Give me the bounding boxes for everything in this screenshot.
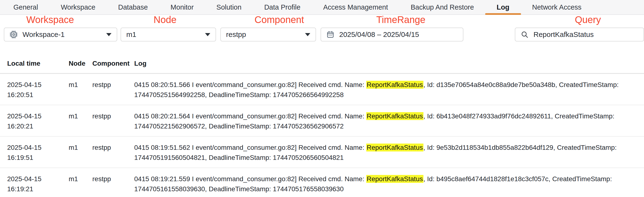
highlighted-search-term: ReportKafkaStatus	[366, 143, 424, 151]
column-header-node: Node	[69, 59, 92, 68]
table-row: 2025-04-15 16:20:51m1restpp0415 08:20:51…	[0, 73, 644, 105]
cell-log: 0415 08:19:51.562 I event/command_consum…	[134, 143, 634, 163]
log-table-body: 2025-04-15 16:20:51m1restpp0415 08:20:51…	[0, 73, 644, 197]
cell-log: 0415 08:20:21.564 I event/command_consum…	[134, 111, 634, 131]
column-header-component: Component	[92, 59, 134, 68]
cell-node: m1	[69, 80, 92, 100]
workspace-select[interactable]: Workspace-1	[4, 28, 117, 42]
cell-log: 0415 08:19:21.559 I event/command_consum…	[134, 174, 634, 194]
tab-data-profile[interactable]: Data Profile	[264, 0, 300, 14]
tab-solution[interactable]: Solution	[216, 0, 242, 14]
column-header-local-time: Local time	[7, 59, 69, 68]
column-header-log: Log	[134, 59, 634, 68]
cell-component: restpp	[92, 174, 134, 194]
log-table-header: Local time Node Component Log	[0, 54, 644, 73]
search-input[interactable]: ReportKafkaStatus	[515, 28, 644, 42]
search-icon	[520, 31, 529, 39]
cell-local-time: 2025-04-15 16:20:21	[7, 111, 69, 131]
cell-local-time: 2025-04-15 16:19:51	[7, 143, 69, 163]
component-select-value: restpp	[226, 31, 246, 39]
tab-log[interactable]: Log	[497, 0, 509, 14]
tab-database[interactable]: Database	[118, 0, 148, 14]
time-range-input[interactable]: 2025/04/08 – 2025/04/15	[320, 28, 464, 42]
component-select[interactable]: restpp	[220, 28, 316, 42]
chevron-down-icon	[205, 33, 210, 36]
highlighted-search-term: ReportKafkaStatus	[366, 81, 424, 89]
workspace-select-value: Workspace-1	[22, 31, 64, 39]
filter-bar: Workspace-1 m1 restpp 2025/04/08 – 2025/…	[0, 15, 644, 47]
cell-local-time: 2025-04-15 16:20:51	[7, 80, 69, 100]
calendar-icon	[326, 31, 334, 39]
tab-access-management[interactable]: Access Management	[323, 0, 388, 14]
cell-node: m1	[69, 143, 92, 163]
cell-component: restpp	[92, 111, 134, 131]
cell-local-time: 2025-04-15 16:19:21	[7, 174, 69, 194]
highlighted-search-term: ReportKafkaStatus	[366, 175, 424, 183]
chevron-down-icon	[305, 33, 310, 36]
cell-node: m1	[69, 174, 92, 194]
highlighted-search-term: ReportKafkaStatus	[366, 112, 424, 120]
cell-node: m1	[69, 111, 92, 131]
time-range-value: 2025/04/08 – 2025/04/15	[339, 31, 419, 39]
tab-network-access[interactable]: Network Access	[532, 0, 581, 14]
table-row: 2025-04-15 16:20:21m1restpp0415 08:20:21…	[0, 105, 644, 136]
tab-workspace[interactable]: Workspace	[61, 0, 96, 14]
top-tab-bar: GeneralWorkspaceDatabaseMonitorSolutionD…	[0, 0, 644, 15]
cell-component: restpp	[92, 143, 134, 163]
search-input-value: ReportKafkaStatus	[534, 31, 594, 39]
node-select-value: m1	[126, 31, 136, 39]
table-row: 2025-04-15 16:19:21m1restpp0415 08:19:21…	[0, 167, 644, 197]
node-select[interactable]: m1	[120, 28, 216, 42]
tab-backup-and-restore[interactable]: Backup And Restore	[411, 0, 474, 14]
chip-icon	[10, 31, 18, 39]
cell-log: 0415 08:20:51.566 I event/command_consum…	[134, 80, 634, 100]
tab-general[interactable]: General	[14, 0, 38, 14]
log-table: Local time Node Component Log 2025-04-15…	[0, 54, 644, 197]
tab-monitor[interactable]: Monitor	[170, 0, 194, 14]
chevron-down-icon	[106, 33, 112, 36]
cell-component: restpp	[92, 80, 134, 100]
table-row: 2025-04-15 16:19:51m1restpp0415 08:19:51…	[0, 136, 644, 167]
